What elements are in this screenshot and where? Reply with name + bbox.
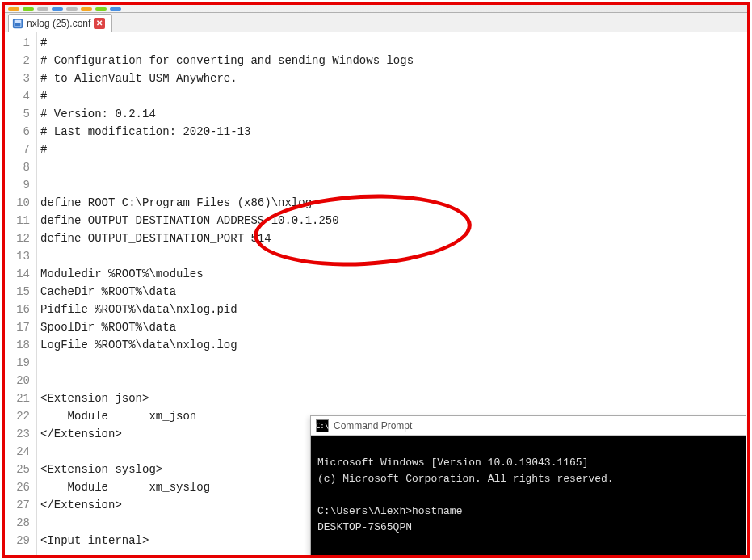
toolbar-strip [5, 5, 747, 13]
line-number: 17 [5, 318, 30, 336]
code-line[interactable]: <Extension json> [37, 389, 747, 407]
command-prompt-body[interactable]: Microsoft Windows [Version 10.0.19043.11… [311, 436, 746, 558]
line-number: 10 [5, 194, 30, 212]
line-number: 15 [5, 283, 30, 301]
line-number: 23 [5, 425, 30, 443]
line-number: 25 [5, 461, 30, 478]
line-number: 1 [5, 34, 30, 52]
code-line[interactable]: # [37, 34, 747, 52]
cmd-line: C:\Users\Alexh>hostname [317, 505, 462, 517]
file-tab[interactable]: nxlog (25).conf ✕ [8, 14, 112, 32]
command-prompt-window[interactable]: C:\ Command Prompt Microsoft Windows [Ve… [310, 415, 746, 558]
line-number: 13 [5, 247, 30, 265]
code-line[interactable] [37, 354, 747, 372]
code-line[interactable] [37, 372, 747, 389]
line-number: 20 [5, 372, 30, 389]
command-prompt-title: Command Prompt [334, 420, 412, 432]
code-line[interactable] [37, 176, 747, 194]
line-number: 8 [5, 158, 30, 176]
toolbar-dot [81, 7, 92, 11]
toolbar-dot [52, 7, 63, 11]
code-line[interactable]: define OUTPUT_DESTINATION_PORT 514 [37, 229, 747, 247]
toolbar-dot [37, 7, 48, 11]
file-icon [12, 18, 23, 29]
code-line[interactable]: # Configuration for converting and sendi… [37, 52, 747, 69]
code-line[interactable] [37, 247, 747, 265]
code-line[interactable]: define ROOT C:\Program Files (x86)\nxlog [37, 194, 747, 212]
toolbar-dot [66, 7, 78, 11]
command-prompt-titlebar[interactable]: C:\ Command Prompt [311, 416, 746, 436]
line-number: 28 [5, 514, 30, 532]
svg-rect-2 [15, 23, 21, 27]
line-number: 11 [5, 212, 30, 229]
cmd-line: Microsoft Windows [Version 10.0.19043.11… [317, 457, 588, 469]
line-number: 21 [5, 389, 30, 407]
code-line[interactable]: # Version: 0.2.14 [37, 105, 747, 123]
line-number: 12 [5, 229, 30, 247]
code-line[interactable]: SpoolDir %ROOT%\data [37, 318, 747, 336]
line-number-gutter: 1234567891011121314151617181920212223242… [5, 32, 37, 555]
close-icon[interactable]: ✕ [94, 18, 105, 29]
toolbar-dot [23, 7, 34, 11]
line-number: 3 [5, 69, 30, 87]
cmd-line: (c) Microsoft Corporation. All rights re… [317, 473, 614, 485]
code-line[interactable]: LogFile %ROOT%\data\nxlog.log [37, 336, 747, 354]
code-line[interactable]: # to AlienVault USM Anywhere. [37, 69, 747, 87]
line-number: 18 [5, 336, 30, 354]
code-line[interactable]: # [37, 87, 747, 105]
code-line[interactable] [37, 158, 747, 176]
line-number: 26 [5, 478, 30, 496]
tab-filename: nxlog (25).conf [27, 18, 90, 29]
line-number: 5 [5, 105, 30, 123]
code-line[interactable]: define OUTPUT_DESTINATION_ADDRESS 10.0.1… [37, 212, 747, 229]
code-line[interactable]: Pidfile %ROOT%\data\nxlog.pid [37, 301, 747, 318]
toolbar-dot [8, 7, 19, 11]
line-number: 24 [5, 443, 30, 461]
cmd-line: DESKTOP-7S65QPN [317, 521, 412, 533]
code-line[interactable]: # [37, 141, 747, 158]
line-number: 27 [5, 496, 30, 514]
code-line[interactable]: CacheDir %ROOT%\data [37, 283, 747, 301]
screenshot-frame: nxlog (25).conf ✕ 1234567891011121314151… [2, 2, 750, 558]
line-number: 6 [5, 123, 30, 141]
line-number: 7 [5, 141, 30, 158]
code-line[interactable]: # Last modification: 2020-11-13 [37, 123, 747, 141]
line-number: 22 [5, 407, 30, 425]
code-line[interactable]: Moduledir %ROOT%\modules [37, 265, 747, 283]
toolbar-dot [95, 7, 107, 11]
toolbar-dot [110, 7, 121, 11]
cmd-line: C:\Users\Alexh> [317, 554, 412, 558]
line-number: 9 [5, 176, 30, 194]
line-number: 4 [5, 87, 30, 105]
line-number: 14 [5, 265, 30, 283]
line-number: 29 [5, 532, 30, 549]
tab-bar: nxlog (25).conf ✕ [5, 13, 747, 32]
line-number: 16 [5, 301, 30, 318]
line-number: 2 [5, 52, 30, 69]
line-number: 19 [5, 354, 30, 372]
command-prompt-icon: C:\ [316, 419, 329, 432]
